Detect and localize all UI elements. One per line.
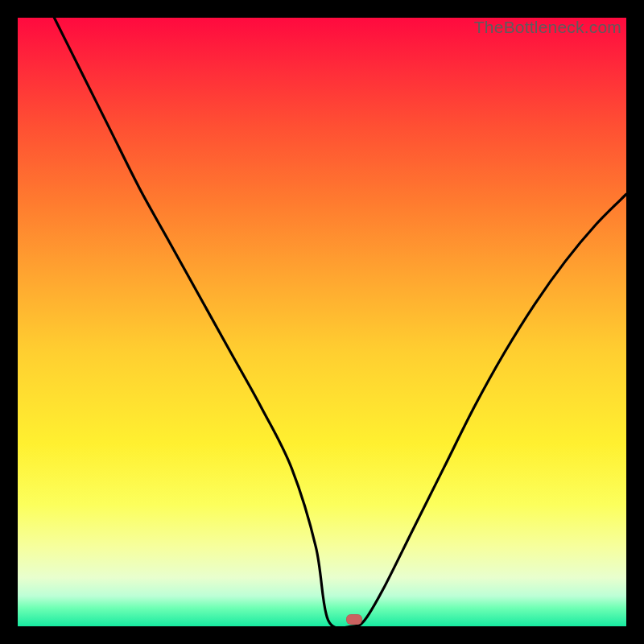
bottleneck-curve (18, 18, 626, 626)
chart-plot-area: TheBottleneck.com (18, 18, 626, 626)
optimal-point-marker (346, 614, 362, 625)
bottleneck-curve-path (54, 18, 626, 626)
chart-stage: TheBottleneck.com (0, 0, 644, 644)
